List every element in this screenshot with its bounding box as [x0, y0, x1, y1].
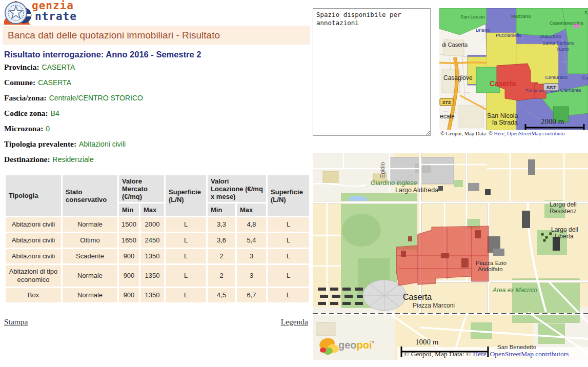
field-tipologia-prevalente: Tipologia prevalente:Abitazioni civili — [4, 139, 307, 149]
map-label: Tuoro — [556, 46, 569, 52]
table-row: Abitazioni civiliScadente 9001350 L2 3L — [6, 249, 309, 263]
col-header-vm-min: Min — [119, 203, 139, 216]
legenda-link[interactable]: Legenda — [281, 317, 308, 327]
col-header-vm-max: Max — [140, 203, 164, 216]
table-row: Abitazioni civiliNormale 15002000 L3,3 4… — [6, 217, 309, 232]
map-label: Casertavecchia — [550, 20, 583, 26]
field-destinazione: Destinazione:Residenziale — [4, 155, 307, 165]
col-header-vl-min: Min — [208, 203, 235, 216]
map-label: Resistenz — [550, 208, 577, 215]
zone-overview-map[interactable]: San Leucio Mezzano Casertavecchia Briano… — [439, 8, 588, 137]
map-label: Centurano — [545, 74, 567, 80]
table-row: BoxNormale 9001350 L4,5 6,7L — [6, 288, 309, 302]
map-label: ecale — [440, 113, 455, 120]
map-label: Santa Barbara — [542, 40, 574, 46]
svg-text:2000 m: 2000 m — [541, 117, 564, 126]
zone-detail-map[interactable]: geopoi* 1000 m © Geopoi, Map Data: © Her… — [313, 153, 588, 360]
map-label: Puccianiello — [496, 32, 522, 38]
map-label: Casagiove — [443, 74, 473, 81]
quotations-table: Tipologia Stato conservativo Valore Merc… — [4, 174, 311, 304]
map-label: di Caserta — [442, 42, 468, 48]
col-header-superficie-2: Superficie (L/N) — [268, 175, 309, 216]
annotations-textarea[interactable]: Spazio disponibile per annotazioni — [313, 8, 431, 136]
svg-text:273: 273 — [442, 99, 451, 105]
col-header-vl-max: Max — [237, 203, 266, 216]
map-label: S — [584, 10, 587, 15]
svg-text:SS7: SS7 — [546, 85, 556, 90]
field-fascia-zona: Fascia/zona:Centrale/CENTRO STORICO — [4, 93, 307, 103]
map-attribution: © Geopoi, Map Data: © Here, OpenStreetMa… — [404, 350, 569, 358]
map-label: Largo Aldifreda — [395, 187, 438, 194]
republic-emblem-icon — [4, 1, 28, 25]
stampa-link[interactable]: Stampa — [4, 317, 28, 327]
map-label: Andolfato — [478, 266, 503, 272]
table-footer-links: Stampa Legenda — [4, 317, 308, 327]
map-label: Falciano — [525, 88, 544, 93]
table-row: Abitazioni di tipo economicoNormale 9001… — [6, 265, 309, 287]
map-label: Piazza Ezio — [476, 260, 506, 266]
route-shield-273: 273 — [440, 98, 453, 106]
agenzia-entrate-logo: genzia ntrate — [4, 0, 112, 25]
map-label: Garzano — [582, 75, 588, 80]
map-label: Briano — [476, 27, 490, 33]
here-link[interactable]: Here — [473, 350, 486, 358]
map-label: Largo dell — [551, 226, 578, 233]
field-provincia: Provincia:CASERTA — [4, 63, 307, 72]
osm-link[interactable]: OpenStreetMap contributors — [490, 350, 569, 358]
page-title: Banca dati delle quotazioni immobiliari … — [3, 26, 310, 45]
logo-word-entrate: ntrate — [35, 10, 77, 23]
col-header-stato: Stato conservativo — [63, 175, 117, 216]
col-header-superficie-1: Superficie (L/N) — [166, 175, 206, 216]
col-header-tipologia: Tipologia — [6, 175, 61, 216]
map-label: Largo dell — [550, 201, 577, 208]
map-label: Giardino inglese — [371, 179, 417, 187]
here-link[interactable]: Here — [494, 131, 505, 136]
map-label: San Leucio — [460, 14, 485, 19]
omi-results-page: genzia ntrate Banca dati delle quotazion… — [0, 0, 588, 367]
map-attribution: © Geopoi, Map Data: © Here, OpenStreetMa… — [440, 131, 565, 136]
map-label: Mezzano — [511, 13, 531, 19]
query-summary: Provincia:CASERTA Comune:CASERTA Fascia/… — [4, 63, 307, 170]
col-header-valore-mercato: Valore Mercato (€/mq) — [119, 175, 164, 202]
col-header-valori-locazione: Valori Locazione (€/mq x mese) — [208, 175, 266, 202]
map-label: Egidio — [379, 162, 386, 178]
field-microzona: Microzona:0 — [4, 124, 307, 134]
map-label: Area ex Macrico — [492, 287, 537, 294]
osm-link[interactable]: OpenStreetMap contributo — [507, 131, 564, 136]
field-codice-zona: Codice zona:B4 — [4, 109, 307, 118]
svg-text:geopoi*: geopoi* — [338, 339, 375, 351]
map-label: la Strada — [492, 119, 518, 126]
table-row: Abitazioni civiliOttimo 16502450 L3,6 5,… — [6, 233, 309, 248]
route-shield-ss7: SS7 — [543, 84, 559, 91]
field-comune: Comune:CASERTA — [4, 78, 307, 88]
map-label: Libertà — [555, 233, 574, 240]
map-label-caserta: Caserta — [490, 79, 516, 88]
result-heading: Risultato interrogazione: Anno 2016 - Se… — [4, 50, 201, 59]
svg-text:1000 m: 1000 m — [415, 338, 439, 346]
map-label-caserta: Caserta — [403, 293, 432, 301]
map-label: San Nicola — [487, 112, 518, 119]
map-label: Staturano — [540, 33, 561, 39]
map-label: Piazza Marconi — [413, 302, 455, 309]
map-label: San Benedetto — [497, 344, 536, 350]
